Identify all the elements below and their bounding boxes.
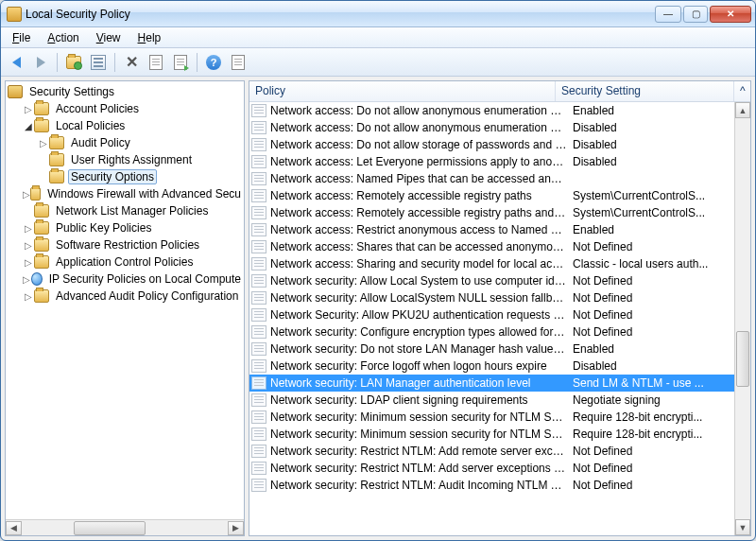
scroll-right-button[interactable]: ▶ bbox=[228, 521, 244, 535]
doc-button[interactable] bbox=[227, 51, 249, 74]
policy-setting: Not Defined bbox=[573, 240, 734, 253]
tree-expander-icon[interactable]: ▷ bbox=[23, 104, 34, 114]
tree-expander-icon[interactable]: ▷ bbox=[23, 240, 34, 251]
tree-item[interactable]: ◢Local Policies bbox=[6, 117, 244, 134]
list-body: Network access: Do not allow anonymous e… bbox=[249, 102, 750, 535]
tree-item-label: Advanced Audit Policy Configuration bbox=[53, 288, 241, 304]
tree-root[interactable]: Security Settings bbox=[6, 83, 244, 100]
policy-name: Network security: Allow Local System to … bbox=[270, 274, 573, 288]
policy-row[interactable]: Network security: LAN Manager authentica… bbox=[249, 375, 734, 392]
separator bbox=[57, 53, 58, 72]
policy-row[interactable]: Network access: Named Pipes that can be … bbox=[249, 170, 734, 187]
column-header-setting[interactable]: Security Setting bbox=[556, 81, 734, 101]
properties-button[interactable] bbox=[145, 51, 167, 74]
policy-row[interactable]: Network security: Restrict NTLM: Add rem… bbox=[249, 443, 734, 460]
policy-icon bbox=[251, 240, 266, 253]
policy-row[interactable]: Network Security: Allow PKU2U authentica… bbox=[249, 306, 734, 323]
back-button[interactable] bbox=[5, 51, 27, 74]
policy-row[interactable]: Network access: Let Everyone permissions… bbox=[249, 153, 734, 170]
policy-row[interactable]: Network security: Configure encryption t… bbox=[249, 323, 734, 340]
tree-expander-icon[interactable]: ▷ bbox=[23, 274, 31, 285]
vscroll-track[interactable] bbox=[735, 118, 750, 519]
tree-expander-icon[interactable]: ▷ bbox=[23, 223, 34, 234]
policy-row[interactable]: Network access: Shares that can be acces… bbox=[249, 238, 734, 255]
export-button[interactable] bbox=[169, 51, 192, 74]
tree-item[interactable]: User Rights Assignment bbox=[6, 151, 244, 168]
policy-icon bbox=[251, 445, 266, 458]
policy-row[interactable]: Network access: Sharing and security mod… bbox=[249, 255, 734, 272]
tree-expander-icon[interactable]: ▷ bbox=[23, 291, 34, 302]
vscroll-thumb[interactable] bbox=[736, 331, 749, 387]
policy-row[interactable]: Network security: Allow LocalSystem NULL… bbox=[249, 289, 734, 306]
policy-icon bbox=[251, 206, 266, 219]
tree-expander-icon[interactable]: ▷ bbox=[23, 189, 30, 200]
tree-body[interactable]: Security Settings▷Account Policies◢Local… bbox=[6, 81, 244, 519]
policy-icon bbox=[251, 410, 266, 424]
tree-item[interactable]: ▷IP Security Policies on Local Compute bbox=[6, 270, 244, 288]
tree-item[interactable]: ▷Account Policies bbox=[6, 100, 244, 117]
policy-setting: Disabled bbox=[573, 121, 734, 134]
tree-item[interactable]: Security Options bbox=[6, 168, 244, 185]
policy-row[interactable]: Network security: Minimum session securi… bbox=[249, 409, 734, 426]
separator bbox=[114, 53, 115, 72]
up-button[interactable] bbox=[62, 51, 85, 74]
tree-expander-icon[interactable]: ▷ bbox=[38, 138, 49, 148]
policy-row[interactable]: Network security: Do not store LAN Manag… bbox=[249, 340, 734, 358]
close-button[interactable]: ✕ bbox=[710, 6, 751, 23]
tree-item[interactable]: ▷Windows Firewall with Advanced Secu bbox=[6, 185, 244, 202]
tree-item[interactable]: ▷Public Key Policies bbox=[6, 219, 244, 236]
menu-view[interactable]: View bbox=[89, 29, 129, 46]
policy-row[interactable]: Network security: Force logoff when logo… bbox=[249, 358, 734, 375]
folder-icon bbox=[34, 289, 49, 303]
tree-item[interactable]: ▷Software Restriction Policies bbox=[6, 236, 244, 253]
policy-row[interactable]: Network access: Restrict anonymous acces… bbox=[249, 221, 734, 238]
menu-action[interactable]: Action bbox=[40, 29, 86, 46]
policy-row[interactable]: Network access: Do not allow anonymous e… bbox=[249, 102, 734, 119]
maximize-button[interactable]: ▢ bbox=[683, 6, 708, 23]
policy-row[interactable]: Network access: Do not allow anonymous e… bbox=[249, 119, 734, 136]
tree-hscrollbar[interactable]: ◀ ▶ bbox=[6, 519, 244, 535]
policy-row[interactable]: Network security: Restrict NTLM: Audit I… bbox=[249, 477, 734, 494]
delete-button[interactable]: ✕ bbox=[120, 51, 143, 74]
policy-name: Network security: LDAP client signing re… bbox=[270, 393, 573, 407]
menu-file[interactable]: File bbox=[5, 29, 38, 46]
tree-expander-icon[interactable]: ▷ bbox=[23, 257, 34, 268]
policy-row[interactable]: Network access: Remotely accessible regi… bbox=[249, 187, 734, 204]
tree-item[interactable]: ▷Audit Policy bbox=[6, 134, 244, 151]
hscroll-thumb[interactable] bbox=[74, 521, 146, 535]
policy-name: Network access: Named Pipes that can be … bbox=[270, 172, 573, 185]
list-vscrollbar[interactable]: ▲ ▼ bbox=[734, 102, 750, 535]
forward-button[interactable] bbox=[29, 51, 52, 74]
separator bbox=[197, 53, 198, 72]
policy-icon bbox=[251, 325, 266, 339]
policy-icon bbox=[251, 428, 266, 441]
policy-row[interactable]: Network security: LDAP client signing re… bbox=[249, 392, 734, 409]
titlebar[interactable]: Local Security Policy — ▢ ✕ bbox=[1, 1, 755, 27]
scroll-up-button[interactable]: ▲ bbox=[735, 102, 750, 118]
policy-row[interactable]: Network security: Minimum session securi… bbox=[249, 426, 734, 443]
tree-expander-icon[interactable]: ◢ bbox=[23, 121, 34, 131]
scroll-down-button[interactable]: ▼ bbox=[735, 519, 750, 535]
column-header-policy[interactable]: Policy bbox=[249, 81, 556, 101]
policy-icon bbox=[251, 121, 266, 134]
scroll-left-button[interactable]: ◀ bbox=[6, 521, 22, 535]
menu-help[interactable]: Help bbox=[130, 29, 169, 46]
policy-name: Network access: Remotely accessible regi… bbox=[270, 206, 573, 219]
policy-row[interactable]: Network security: Allow Local System to … bbox=[249, 272, 734, 289]
tree-item[interactable]: ▷Advanced Audit Policy Configuration bbox=[6, 288, 244, 305]
list-rows[interactable]: Network access: Do not allow anonymous e… bbox=[249, 102, 734, 494]
minimize-button[interactable]: — bbox=[655, 6, 681, 23]
policy-row[interactable]: Network security: Restrict NTLM: Add ser… bbox=[249, 460, 734, 477]
app-icon bbox=[7, 7, 22, 22]
policy-icon bbox=[251, 257, 266, 270]
policy-row[interactable]: Network access: Do not allow storage of … bbox=[249, 136, 734, 153]
folder-icon bbox=[49, 170, 64, 183]
policy-icon bbox=[251, 155, 266, 168]
hscroll-track[interactable] bbox=[22, 521, 228, 535]
tree-item[interactable]: ▷Application Control Policies bbox=[6, 253, 244, 270]
tree-item[interactable]: Network List Manager Policies bbox=[6, 202, 244, 219]
show-hide-tree-button[interactable] bbox=[87, 51, 110, 74]
help-button[interactable]: ? bbox=[202, 51, 225, 74]
policy-row[interactable]: Network access: Remotely accessible regi… bbox=[249, 204, 734, 221]
properties-icon bbox=[149, 55, 163, 70]
